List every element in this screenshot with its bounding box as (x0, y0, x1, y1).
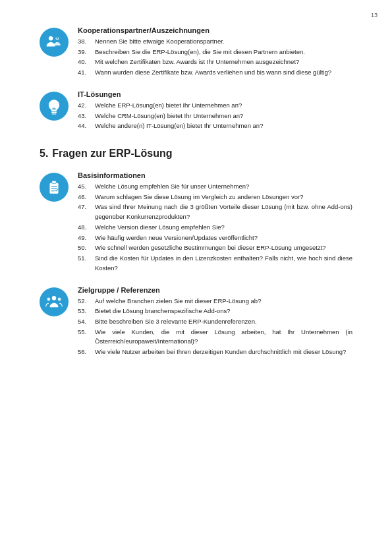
section-zielgruppe-content: Zielgruppe / Referenzen 52. Auf welche B… (78, 286, 352, 358)
chapter-title: Fragen zur ERP-Lösung (52, 148, 172, 159)
section-it-loesungen-content: IT-Lösungen 42. Welche ERP-Lösung(en) bi… (78, 90, 352, 132)
list-item: 46. Warum schlagen Sie diese Lösung im V… (78, 192, 352, 202)
svg-rect-8 (52, 181, 57, 183)
list-item: 47. Was sind Ihrer Meinung nach die 3 gr… (78, 202, 352, 221)
section-it-loesungen-title: IT-Lösungen (78, 90, 352, 98)
svg-point-0 (49, 36, 53, 41)
section-kooperationspartner: Kooperationspartner/Auszeichnungen 38. N… (40, 26, 352, 78)
section-it-loesungen: IT-Lösungen 42. Welche ERP-Lösung(en) bi… (40, 90, 352, 132)
list-item: 40. Mit welchen Zertifikaten bzw. Awards… (78, 57, 352, 67)
chapter-heading: 5.Fragen zur ERP-Lösung (40, 148, 352, 160)
list-item: 50. Wie schnell werden gesetzliche Besti… (78, 243, 352, 253)
svg-rect-4 (52, 113, 57, 114)
list-item: 41. Wann wurden diese Zertifikate bzw. A… (78, 68, 352, 78)
list-item: 44. Welche andere(n) IT-Lösung(en) biete… (78, 121, 352, 131)
list-item: 42. Welche ERP-Lösung(en) bietet Ihr Unt… (78, 101, 352, 111)
page-number: 13 (371, 12, 378, 18)
list-item: 38. Nennen Sie bitte etwaige Kooperation… (78, 37, 352, 47)
list-item: 45. Welche Lösung empfehlen Sie für unse… (78, 182, 352, 192)
section-basisinformationen-list: 45. Welche Lösung empfehlen Sie für unse… (78, 182, 352, 273)
svg-point-13 (47, 297, 50, 301)
svg-point-14 (58, 297, 61, 301)
section-kooperationspartner-list: 38. Nennen Sie bitte etwaige Kooperation… (78, 37, 352, 78)
page: 13 Kooperationspartner/Auszeichnungen 38… (0, 0, 392, 555)
section-kooperationspartner-title: Kooperationspartner/Auszeichnungen (78, 26, 352, 34)
section-zielgruppe: Zielgruppe / Referenzen 52. Auf welche B… (40, 286, 352, 358)
list-item: 56. Wie viele Nutzer arbeiten bei Ihren … (78, 347, 352, 357)
list-item: 52. Auf welche Branchen zielen Sie mit d… (78, 297, 352, 307)
section-basisinformationen-title: Basisinformationen (78, 171, 352, 179)
svg-rect-3 (51, 112, 57, 113)
section-basisinformationen-content: Basisinformationen 45. Welche Lösung emp… (78, 171, 352, 274)
list-item: 51. Sind die Kosten für Updates in den L… (78, 254, 352, 273)
section-basisinformationen: Basisinformationen 45. Welche Lösung emp… (40, 171, 352, 274)
list-item: 53. Bietet die Lösung branchenspezifisch… (78, 307, 352, 316)
clipboard-icon (40, 173, 69, 202)
section-it-loesungen-list: 42. Welche ERP-Lösung(en) bietet Ihr Unt… (78, 101, 352, 131)
list-item: 49. Wie häufig werden neue Versionen/Upd… (78, 233, 352, 243)
list-item: 39. Beschreiben Sie die ERP-Lösung(en), … (78, 47, 352, 57)
list-item: 48. Welche Version dieser Lösung empfehl… (78, 223, 352, 233)
partnership-icon (40, 28, 69, 57)
section-kooperationspartner-content: Kooperationspartner/Auszeichnungen 38. N… (78, 26, 352, 78)
list-item: 55. Wie viele Kunden, die mit dieser Lös… (78, 328, 352, 347)
svg-point-12 (52, 296, 57, 301)
chapter-num: 5. (40, 148, 48, 159)
lightbulb-icon (40, 92, 69, 121)
section-zielgruppe-title: Zielgruppe / Referenzen (78, 286, 352, 294)
svg-rect-7 (50, 183, 59, 194)
list-item: 43. Welche CRM-Lösung(en) bietet Ihr Unt… (78, 111, 352, 121)
group-icon (40, 287, 69, 316)
list-item: 54. Bitte beschreiben Sie 3 relevante ER… (78, 317, 352, 327)
section-zielgruppe-list: 52. Auf welche Branchen zielen Sie mit d… (78, 297, 352, 357)
